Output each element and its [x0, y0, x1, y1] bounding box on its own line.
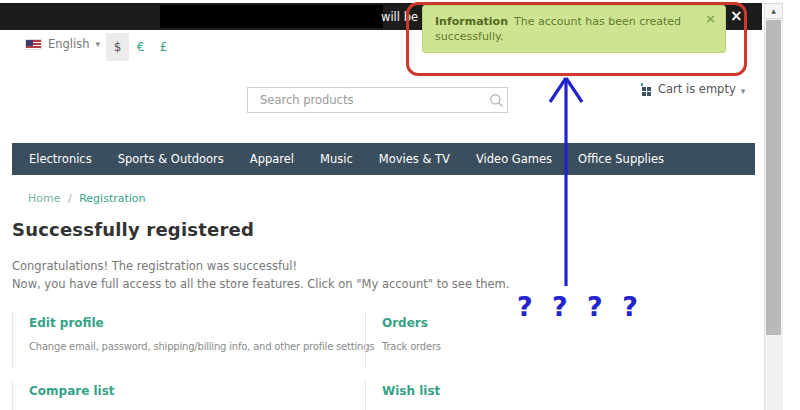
language-selector[interactable]: English ▾: [25, 37, 100, 51]
cart-dropdown[interactable]: Cart is empty ▾: [641, 82, 745, 96]
topbar-partial-text: will be: [381, 10, 418, 24]
cart-icon: [641, 83, 653, 96]
scrollbar-thumb[interactable]: [766, 20, 781, 335]
nav-item-office-supplies[interactable]: Office Supplies: [565, 152, 677, 166]
intro-text: Congratulations! The registration was su…: [12, 257, 509, 293]
search-icon[interactable]: [485, 93, 507, 108]
search-box: [247, 87, 508, 113]
chevron-down-icon: ▾: [96, 39, 101, 49]
orders-description: Track orders: [382, 341, 585, 352]
edit-profile-block: Edit profile Change email, password, shi…: [12, 312, 358, 368]
compare-list-link[interactable]: Compare list: [29, 384, 358, 398]
page: will be × ▲ English ▾ $ € £ Cart is empt…: [0, 0, 800, 410]
breadcrumb-separator: /: [68, 192, 72, 205]
edit-profile-link[interactable]: Edit profile: [29, 316, 358, 330]
nav-item-video-games[interactable]: Video Games: [463, 152, 565, 166]
intro-line-1: Congratulations! The registration was su…: [12, 257, 509, 275]
cart-status-label: Cart is empty: [658, 82, 736, 96]
nav-item-electronics[interactable]: Electronics: [16, 152, 105, 166]
redacted-text-block: [160, 5, 383, 28]
nav-item-sports-outdoors[interactable]: Sports & Outdoors: [105, 152, 237, 166]
nav-item-music[interactable]: Music: [307, 152, 366, 166]
compare-list-block: Compare list: [12, 380, 358, 410]
chevron-down-icon: ▾: [741, 86, 746, 96]
nav-item-apparel[interactable]: Apparel: [237, 152, 307, 166]
breadcrumb-current: Registration: [79, 192, 145, 205]
annotation-arrow-icon: [541, 73, 591, 291]
close-icon[interactable]: ×: [705, 11, 716, 26]
notification-title: Information: [435, 15, 508, 28]
annotation-question-marks: ? ? ? ?: [517, 291, 643, 322]
currency-usd[interactable]: $: [106, 33, 129, 61]
wish-list-block: Wish list: [365, 380, 585, 410]
main-navigation: Electronics Sports & Outdoors Apparel Mu…: [12, 143, 755, 175]
breadcrumb: Home / Registration: [28, 192, 146, 205]
notification-toast: InformationThe account has been created …: [422, 5, 726, 53]
close-icon[interactable]: ×: [730, 7, 743, 25]
notification-text: InformationThe account has been created …: [435, 14, 699, 44]
edit-profile-description: Change email, password, shipping/billing…: [29, 341, 358, 352]
nav-item-movies-tv[interactable]: Movies & TV: [366, 152, 463, 166]
us-flag-icon: [25, 39, 42, 50]
language-label: English: [48, 37, 90, 51]
page-title: Successfully registered: [12, 219, 254, 240]
currency-selector: $ € £: [106, 33, 175, 61]
currency-gbp[interactable]: £: [152, 33, 175, 61]
currency-eur[interactable]: €: [129, 33, 152, 61]
breadcrumb-home-link[interactable]: Home: [28, 192, 60, 205]
scroll-up-icon[interactable]: ▲: [764, 3, 783, 19]
search-input[interactable]: [248, 93, 485, 107]
intro-line-2: Now, you have full access to all the sto…: [12, 275, 509, 293]
wish-list-link[interactable]: Wish list: [382, 384, 585, 398]
